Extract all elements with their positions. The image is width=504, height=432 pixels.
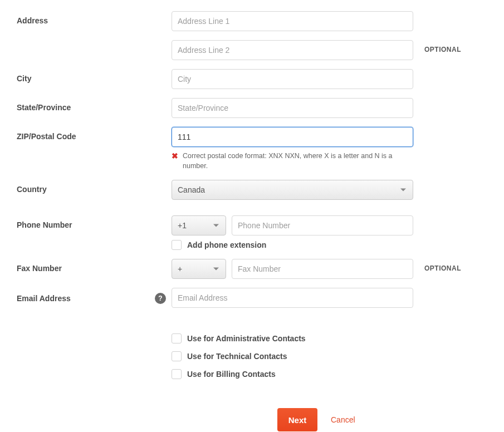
state-input[interactable] bbox=[172, 98, 413, 118]
address-line1-input[interactable] bbox=[172, 11, 413, 31]
address-line2-input[interactable] bbox=[172, 40, 413, 60]
billing-contacts-label: Use for Billing Contacts bbox=[187, 370, 276, 379]
phone-number-input[interactable] bbox=[232, 215, 413, 235]
phone-code-value: +1 bbox=[178, 221, 187, 230]
admin-contacts-checkbox[interactable] bbox=[172, 333, 182, 343]
chevron-down-icon bbox=[213, 224, 219, 227]
fax-country-code-select[interactable]: + bbox=[172, 259, 226, 279]
phone-extension-checkbox[interactable] bbox=[172, 240, 182, 250]
admin-contacts-label: Use for Administrative Contacts bbox=[187, 334, 306, 343]
zip-label: ZIP/Postal Code bbox=[17, 127, 172, 141]
fax-number-input[interactable] bbox=[232, 259, 413, 279]
address-label: Address bbox=[17, 11, 172, 25]
optional-badge: OPTIONAL bbox=[413, 259, 474, 272]
help-icon[interactable]: ? bbox=[155, 293, 166, 304]
cancel-button[interactable]: Cancel bbox=[331, 415, 355, 424]
optional-badge: OPTIONAL bbox=[413, 40, 474, 53]
zip-input[interactable] bbox=[172, 127, 413, 147]
error-x-icon: ✖ bbox=[172, 151, 178, 161]
email-label: Email Address ? bbox=[17, 288, 172, 304]
fax-code-value: + bbox=[178, 264, 182, 273]
zip-error-text: Correct postal code format: XNX NXN, whe… bbox=[183, 151, 413, 171]
chevron-down-icon bbox=[213, 268, 219, 271]
technical-contacts-label: Use for Technical Contacts bbox=[187, 352, 287, 361]
phone-extension-label: Add phone extension bbox=[187, 240, 266, 249]
state-label: State/Province bbox=[17, 98, 172, 112]
country-value: Canada bbox=[178, 185, 205, 194]
city-input[interactable] bbox=[172, 69, 413, 89]
phone-country-code-select[interactable]: +1 bbox=[172, 215, 226, 235]
billing-contacts-checkbox[interactable] bbox=[172, 369, 182, 379]
fax-label: Fax Number bbox=[17, 259, 172, 273]
chevron-down-icon bbox=[400, 189, 406, 192]
next-button[interactable]: Next bbox=[277, 408, 317, 431]
country-label: Country bbox=[17, 180, 172, 194]
technical-contacts-checkbox[interactable] bbox=[172, 351, 182, 361]
country-select[interactable]: Canada bbox=[172, 180, 413, 200]
city-label: City bbox=[17, 69, 172, 83]
email-input[interactable] bbox=[172, 288, 413, 308]
phone-label: Phone Number bbox=[17, 215, 172, 229]
